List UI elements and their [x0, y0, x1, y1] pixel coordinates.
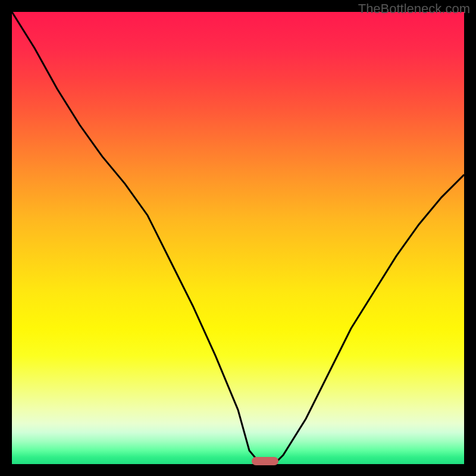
bottleneck-curve: [12, 12, 464, 464]
watermark-text: TheBottleneck.com: [358, 1, 470, 17]
optimal-marker: [252, 457, 279, 465]
chart-plot-area: [12, 12, 464, 464]
